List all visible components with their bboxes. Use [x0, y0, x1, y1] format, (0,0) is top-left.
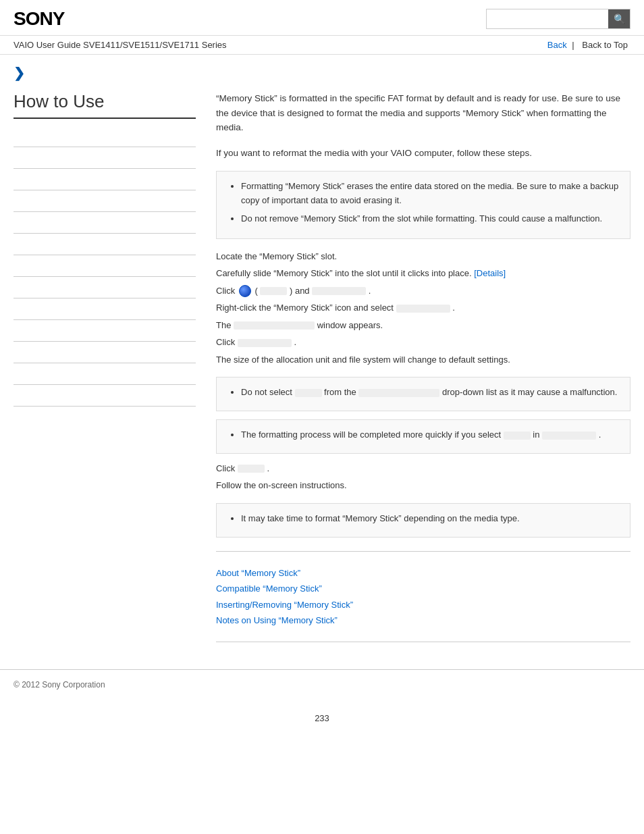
page-content: “Memory Stick” is formatted in the speci… — [209, 91, 630, 656]
nav-separator: | — [572, 40, 576, 50]
ph-5 — [238, 465, 265, 473]
divider-2 — [216, 642, 630, 642]
caution-item-2: Do not remove “Memory Stick” from the sl… — [241, 212, 619, 226]
step-4: Right-click the “Memory Stick” icon and … — [216, 301, 630, 315]
note-2-item-1: The formatting process will be completed… — [241, 428, 619, 442]
step-click: Click . — [216, 462, 630, 475]
step-4-text: Right-click the “Memory Stick” icon and … — [216, 301, 630, 315]
sidebar-item — [14, 255, 196, 277]
step-6-text: Click . — [216, 336, 630, 349]
nav-links: Back | Back to Top — [547, 40, 630, 50]
sidebar-item — [14, 277, 196, 298]
note-box-3: It may take time to format “Memory Stick… — [216, 503, 630, 538]
steps-section-2: Click . Follow the on-screen instruction… — [216, 462, 630, 492]
caution-item-1: Formatting “Memory Stick” erases the ent… — [241, 180, 619, 208]
placeholder-click — [238, 339, 292, 347]
step-5: The window appears. — [216, 319, 630, 332]
step-3: Click ( ) and . — [216, 284, 630, 298]
step-5-text: The window appears. — [216, 319, 630, 332]
note-box-1: Do not select from the drop-down list as… — [216, 377, 630, 411]
step-3-text: Click ( ) and . — [216, 284, 630, 298]
ph-1 — [295, 389, 322, 397]
placeholder-end — [312, 287, 366, 295]
ph-2 — [358, 389, 439, 397]
ph-4 — [542, 432, 596, 440]
related-links-section: About “Memory Stick” Compatible “Memory … — [216, 565, 630, 629]
sidebar-title: How to Use — [14, 91, 196, 119]
sidebar-item — [14, 147, 196, 169]
caution-box: Formatting “Memory Stick” erases the ent… — [216, 171, 630, 238]
page-number: 233 — [0, 700, 644, 737]
search-container: 🔍 — [486, 9, 630, 29]
note-3-item-1: It may take time to format “Memory Stick… — [241, 512, 619, 526]
step-2: Carefully slide “Memory Stick” into the … — [216, 267, 630, 280]
related-link-3[interactable]: Inserting/Removing “Memory Stick” — [216, 597, 630, 613]
step-1: Locate the “Memory Stick” slot. — [216, 250, 630, 263]
sidebar-item — [14, 169, 196, 190]
related-link-4[interactable]: Notes on Using “Memory Stick” — [216, 613, 630, 628]
search-icon: 🔍 — [614, 14, 625, 24]
sidebar-item — [14, 126, 196, 147]
intro-paragraph-2: If you want to reformat the media with y… — [216, 146, 630, 161]
note-box-2: The formatting process will be completed… — [216, 419, 630, 454]
nav-bar: VAIO User Guide SVE1411/SVE1511/SVE1711 … — [0, 36, 644, 55]
sidebar-item — [14, 320, 196, 342]
sony-logo: SONY — [14, 8, 64, 30]
sidebar-item — [14, 298, 196, 320]
step-6: Click . — [216, 336, 630, 349]
back-to-top-link[interactable]: Back to Top — [579, 40, 630, 50]
search-button[interactable]: 🔍 — [608, 9, 630, 28]
sidebar-item — [14, 342, 196, 363]
details-link[interactable]: [Details] — [474, 268, 506, 278]
chevron-right-icon: ❯ — [14, 66, 25, 80]
page-footer: © 2012 Sony Corporation — [0, 669, 644, 700]
step-7: The size of the allocation unit and file… — [216, 353, 630, 367]
note-1-item-1: Do not select from the drop-down list as… — [241, 386, 619, 400]
sidebar-item — [14, 190, 196, 212]
sidebar-item — [14, 212, 196, 234]
guide-title: VAIO User Guide SVE1411/SVE1511/SVE1711 … — [14, 40, 227, 50]
step-click-text: Click . — [216, 462, 630, 475]
intro-paragraph-1: “Memory Stick” is formatted in the speci… — [216, 91, 630, 135]
step-1-text: Locate the “Memory Stick” slot. — [216, 250, 630, 263]
sidebar-item — [14, 385, 196, 407]
related-link-2[interactable]: Compatible “Memory Stick” — [216, 581, 630, 596]
sidebar: How to Use — [14, 91, 209, 656]
copyright-text: © 2012 Sony Corporation — [14, 680, 105, 689]
sidebar-item — [14, 363, 196, 385]
main-content: How to Use “Memory Stick” is formatted i… — [0, 84, 644, 669]
search-input[interactable] — [487, 9, 608, 28]
placeholder-start — [260, 287, 287, 295]
divider-1 — [216, 551, 630, 552]
step-follow: Follow the on-screen instructions. — [216, 479, 630, 492]
sidebar-item — [14, 234, 196, 255]
globe-icon — [239, 285, 251, 297]
back-link[interactable]: Back — [547, 40, 567, 50]
ph-3 — [504, 432, 531, 440]
steps-section: Locate the “Memory Stick” slot. Carefull… — [216, 250, 630, 367]
step-7-text: The size of the allocation unit and file… — [216, 353, 630, 367]
related-link-1[interactable]: About “Memory Stick” — [216, 565, 630, 581]
step-follow-text: Follow the on-screen instructions. — [216, 479, 630, 492]
placeholder-select — [396, 305, 450, 313]
step-2-text: Carefully slide “Memory Stick” into the … — [216, 267, 630, 280]
chevron-area: ❯ — [0, 55, 644, 84]
placeholder-window — [234, 321, 315, 330]
page-header: SONY 🔍 — [0, 0, 644, 36]
